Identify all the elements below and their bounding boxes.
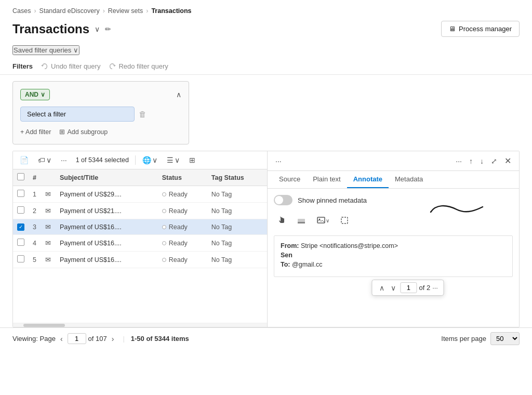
table-row[interactable]: 5 ✉ Payment of US$16.... Ready No Tag — [13, 252, 267, 268]
header-checkbox[interactable] — [17, 173, 24, 180]
header-tag-status[interactable]: Tag Status — [207, 169, 267, 186]
page-prev-button[interactable]: ∧ — [377, 283, 387, 293]
breadcrumb-cases[interactable]: Cases — [12, 7, 31, 15]
right-panel-toolbar: ··· ··· ↑ ↓ ⤢ ✕ — [268, 151, 519, 171]
table-row[interactable]: ✓ 3 ✉ Payment of US$16.... Ready No Tag — [13, 219, 267, 235]
scroll-down-button[interactable]: ↓ — [477, 155, 486, 167]
annotation-toolbar: ∨ — [274, 212, 513, 229]
table-scroll-area[interactable]: # Subject/Title Status Tag Status 1 ✉ — [13, 169, 267, 323]
saved-filter-queries-button[interactable]: Saved filter queries ∨ — [12, 45, 79, 55]
row5-status-text: Ready — [169, 256, 188, 264]
page-number-input[interactable] — [400, 282, 417, 293]
scroll-up-button[interactable]: ↑ — [467, 155, 475, 167]
title-chevron-icon[interactable]: ∨ — [95, 25, 100, 33]
right-toolbar-right: ··· ↑ ↓ ⤢ ✕ — [453, 154, 514, 167]
row2-checkbox-cell[interactable] — [13, 203, 29, 219]
row4-checkbox[interactable] — [17, 239, 24, 246]
tag-button[interactable]: 🏷 ∨ — [35, 154, 54, 166]
list-chevron-icon: ∨ — [175, 156, 180, 164]
panel-content: Show pinned metadata — [268, 189, 519, 327]
show-pinned-row: Show pinned metadata — [274, 195, 513, 205]
and-label: AND — [25, 91, 38, 98]
row3-status-dot — [162, 225, 166, 229]
table-row[interactable]: 2 ✉ Payment of US$21.... Ready No Tag — [13, 203, 267, 219]
tab-metadata[interactable]: Metadata — [389, 171, 429, 188]
current-page-input[interactable] — [68, 333, 86, 344]
next-page-button[interactable]: › — [109, 334, 117, 344]
show-pinned-toggle[interactable] — [274, 195, 292, 205]
table-row[interactable]: 4 ✉ Payment of US$16.... Ready No Tag — [13, 235, 267, 252]
tab-source[interactable]: Source — [273, 171, 307, 188]
header-status[interactable]: Status — [158, 169, 207, 186]
panel-more2-button[interactable]: ··· — [453, 155, 464, 167]
edit-icon[interactable]: ✏ — [105, 25, 111, 33]
globe-button[interactable]: 🌐 ∨ — [140, 154, 160, 166]
row1-checkbox[interactable] — [17, 190, 24, 197]
of-pages-label: of 2 — [419, 284, 430, 292]
columns-button[interactable]: ⊞ — [187, 154, 198, 166]
row5-subject[interactable]: Payment of US$16.... — [56, 252, 158, 268]
list-view-button[interactable]: ☰ ∨ — [164, 154, 182, 166]
selection-button[interactable] — [337, 214, 352, 227]
items-per-page-select[interactable]: 50 25 100 — [490, 332, 520, 345]
row4-subject[interactable]: Payment of US$16.... — [56, 235, 158, 252]
panel-tabs: Source Plain text Annotate Metadata — [268, 171, 519, 189]
row1-status-dot — [162, 192, 166, 196]
tab-annotate-label: Annotate — [353, 175, 382, 183]
row4-checkbox-cell[interactable] — [13, 235, 29, 252]
row3-checkbox[interactable]: ✓ — [17, 223, 24, 231]
add-filter-button[interactable]: + Add filter — [20, 128, 51, 136]
breadcrumb-current: Transactions — [151, 7, 191, 15]
row4-status: Ready — [158, 235, 207, 252]
prev-page-button[interactable]: ‹ — [58, 334, 65, 344]
more-options-button[interactable]: ··· — [58, 154, 70, 166]
scrollbar-thumb[interactable] — [23, 324, 65, 327]
table-row[interactable]: 1 ✉ Payment of US$29.... Ready No Tag — [13, 186, 267, 203]
horizontal-scrollbar[interactable] — [13, 323, 267, 327]
right-panel: ··· ··· ↑ ↓ ⤢ ✕ Source Plain text Annota… — [268, 151, 519, 327]
row1-subject[interactable]: Payment of US$29.... — [56, 186, 158, 203]
panel-more-button[interactable]: ··· — [273, 155, 284, 167]
tab-annotate[interactable]: Annotate — [347, 171, 389, 188]
undo-filter-button[interactable]: Undo filter query — [41, 62, 100, 70]
add-subgroup-button[interactable]: ⊞ Add subgroup — [59, 128, 108, 136]
close-panel-button[interactable]: ✕ — [502, 154, 514, 167]
row1-num: 1 — [29, 186, 41, 203]
and-operator-button[interactable]: AND ∨ — [20, 89, 50, 100]
row2-status-text: Ready — [169, 207, 188, 215]
breadcrumb-ediscovery[interactable]: Standard eDiscovery — [39, 7, 100, 15]
row2-tag: No Tag — [207, 203, 267, 219]
breadcrumb-review[interactable]: Review sets — [108, 7, 143, 15]
row1-checkbox-cell[interactable] — [13, 186, 29, 203]
image-anno-button[interactable]: ∨ — [313, 214, 332, 227]
page-title: Transactions — [12, 22, 89, 36]
delete-filter-icon[interactable]: 🗑 — [139, 110, 147, 118]
row3-checkbox-cell[interactable]: ✓ — [13, 219, 29, 235]
process-manager-button[interactable]: 🖥 Process manager — [441, 21, 520, 37]
row5-checkbox-cell[interactable] — [13, 252, 29, 268]
highlight-button[interactable] — [294, 214, 309, 227]
table-toolbar: 📄 🏷 ∨ ··· 1 of 5344 selected 🌐 ∨ ☰ ∨ ⊞ — [13, 151, 267, 169]
row5-checkbox[interactable] — [17, 255, 24, 262]
from-label: From: — [281, 242, 299, 249]
redo-filter-button[interactable]: Redo filter query — [109, 62, 168, 70]
row2-subject[interactable]: Payment of US$21.... — [56, 203, 158, 219]
breadcrumb: Cases › Standard eDiscovery › Review set… — [0, 0, 532, 19]
globe-chevron-icon: ∨ — [152, 156, 157, 164]
header-subject[interactable]: Subject/Title — [56, 169, 158, 186]
select-filter-button[interactable]: Select a filter — [20, 107, 135, 122]
globe-icon: 🌐 — [142, 156, 151, 164]
row3-subject[interactable]: Payment of US$16.... — [56, 219, 158, 235]
page-nav-more-button[interactable]: ··· — [432, 284, 438, 292]
hand-tool-button[interactable] — [274, 214, 289, 227]
tab-plain-text[interactable]: Plain text — [307, 171, 347, 188]
header-checkbox-cell[interactable] — [13, 169, 29, 186]
row2-checkbox[interactable] — [17, 206, 24, 214]
export-button[interactable]: 📄 — [17, 154, 31, 166]
table-header-row: # Subject/Title Status Tag Status — [13, 169, 267, 186]
header-type-icon — [41, 169, 56, 186]
page-next-button[interactable]: ∨ — [389, 283, 398, 293]
collapse-panel-icon[interactable]: ∧ — [176, 90, 181, 99]
expand-button[interactable]: ⤢ — [488, 155, 500, 167]
columns-icon: ⊞ — [189, 156, 195, 164]
